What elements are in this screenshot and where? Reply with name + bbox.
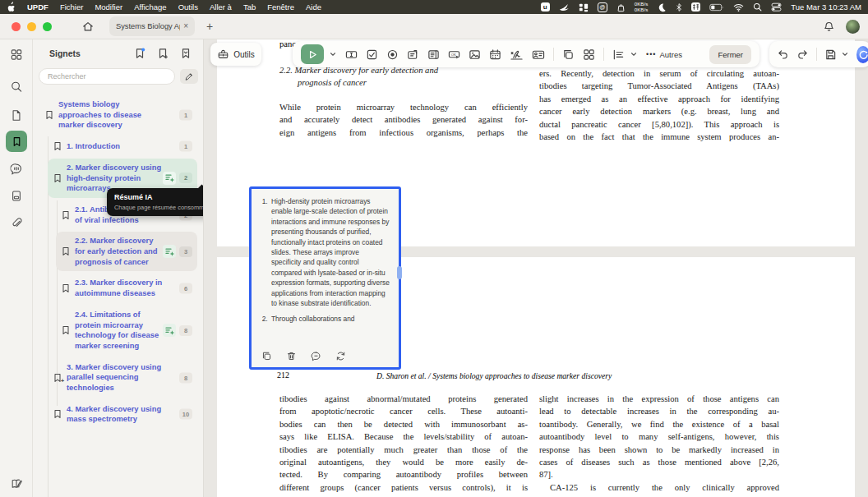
bookmark-item[interactable]: 4. Marker discovery using mass spectrome…: [48, 400, 197, 429]
add-child-bookmark-icon[interactable]: [157, 48, 169, 59]
menu-item-tab[interactable]: Tab: [243, 2, 256, 12]
comment-icon[interactable]: [10, 163, 22, 175]
pdf-view[interactable]: panc 2.2. Marker discovery for early det…: [204, 39, 868, 497]
text-line: from apoptotic/necrotic cancer cells. Th…: [279, 405, 528, 417]
control-center-icon[interactable]: [771, 2, 782, 12]
text-line: bodies can then be detected with immunos…: [279, 418, 528, 430]
attachment-icon[interactable]: [11, 217, 22, 229]
id-card-icon[interactable]: [532, 48, 545, 61]
home-icon[interactable]: [81, 21, 95, 33]
wifi-icon[interactable]: [733, 3, 744, 12]
ai-summary-icon[interactable]: [163, 245, 176, 258]
delete-icon[interactable]: [286, 351, 297, 361]
image-field-icon[interactable]: [469, 48, 481, 61]
edit-bookmarks-button[interactable]: [180, 69, 198, 84]
regenerate-icon[interactable]: [335, 351, 346, 361]
copy-icon[interactable]: [562, 48, 575, 61]
save-icon[interactable]: [824, 48, 837, 61]
select-tool-chevron-icon[interactable]: [329, 50, 337, 58]
redo-icon[interactable]: [796, 48, 809, 61]
running-head: D. Sharon et al. / Systems biology appro…: [376, 371, 612, 380]
user-avatar[interactable]: [846, 20, 860, 34]
resize-handle[interactable]: [397, 266, 402, 279]
bookmark-item[interactable]: 2.3. Marker discovery in autoimmune dise…: [56, 274, 197, 302]
bluetooth-icon[interactable]: [676, 2, 682, 12]
bookmark-label: Systems biology approaches to disease ma…: [58, 99, 164, 131]
menu-item-outils[interactable]: Outils: [178, 2, 198, 12]
reading-mode-icon[interactable]: [10, 478, 22, 490]
stage-manager-icon[interactable]: [579, 2, 589, 12]
form-button-icon[interactable]: [407, 48, 419, 61]
page-badge: 6: [179, 283, 192, 294]
bookmark-glyph-icon: [53, 173, 62, 183]
bookmark-item[interactable]: 2.2. Marker discovery for early detectio…: [56, 232, 197, 271]
search-icon[interactable]: [10, 81, 22, 93]
minimize-window-button[interactable]: [27, 22, 36, 31]
grid-icon[interactable]: [583, 48, 595, 61]
ok-button-icon[interactable]: OK: [448, 48, 460, 61]
date-field-icon[interactable]: [489, 48, 501, 61]
align-chevron-icon[interactable]: [630, 50, 638, 58]
text-line: different groups (cancer patients versus…: [279, 481, 528, 494]
autres-button[interactable]: ••• Autres: [646, 50, 682, 59]
notifications-bell-icon[interactable]: [823, 21, 835, 33]
battery-icon[interactable]: [709, 3, 724, 12]
text-field-icon[interactable]: [345, 48, 358, 61]
radio-button-icon[interactable]: [386, 48, 399, 61]
ime-pinyin-icon[interactable]: [691, 2, 700, 12]
moon-icon[interactable]: [657, 2, 667, 12]
export-icon[interactable]: [11, 190, 22, 202]
checkbox-icon[interactable]: [366, 48, 378, 61]
page-icon[interactable]: [11, 109, 22, 122]
bookmark-label: 4. Marker discovery using mass spectrome…: [67, 404, 164, 425]
apple-icon[interactable]: [7, 2, 16, 12]
undo-icon[interactable]: [777, 48, 789, 61]
menu-item-aide[interactable]: Aide: [306, 2, 321, 12]
bookmark-icon[interactable]: [6, 131, 27, 152]
menu-item-affichage[interactable]: Affichage: [134, 2, 166, 12]
spotlight-icon[interactable]: [753, 2, 762, 12]
updf-app-icon[interactable]: u: [541, 2, 550, 12]
bookmark-item[interactable]: 2.4. Limitations of protein microarray t…: [56, 306, 197, 356]
window-tabbar: Systems Biology Approach × +: [0, 14, 868, 39]
document-tab[interactable]: Systems Biology Approach ×: [109, 16, 195, 36]
select-tool[interactable]: [301, 44, 324, 64]
signature-field-icon[interactable]: [510, 48, 524, 61]
ai-summary-icon[interactable]: [163, 172, 176, 185]
zoom-window-button[interactable]: [43, 22, 52, 31]
bookmark-item[interactable]: Systems biology approaches to disease ma…: [39, 95, 197, 135]
menu-item-modifier[interactable]: Modifier: [95, 2, 122, 12]
list-box-icon[interactable]: [427, 48, 440, 61]
add-bookmark-icon[interactable]: [134, 48, 145, 59]
save-chevron-icon[interactable]: [841, 50, 849, 58]
page-badge: 2: [179, 173, 192, 183]
close-tab-icon[interactable]: ×: [183, 22, 188, 30]
bookmark-item[interactable]: 1. Introduction1: [48, 137, 197, 156]
bookmark-item[interactable]: +3. Marker discovery using parallel sequ…: [48, 358, 197, 398]
ai-summary-box[interactable]: High-density protein microarrays enable …: [249, 186, 401, 370]
menu-item-aller-à[interactable]: Aller à: [210, 2, 232, 12]
bag-icon[interactable]: [616, 2, 626, 12]
ai-summary-icon[interactable]: [163, 324, 176, 337]
menu-item-updf[interactable]: UPDF: [27, 2, 48, 12]
close-window-button[interactable]: [12, 22, 21, 31]
collapse-all-icon[interactable]: [180, 48, 192, 59]
copy-icon[interactable]: [261, 351, 272, 361]
new-tab-button[interactable]: +: [206, 21, 213, 32]
fermer-button[interactable]: Fermer: [709, 45, 751, 64]
thumbnails-icon[interactable]: [10, 48, 22, 61]
menubar-clock[interactable]: Tue Mar 3 10:23 AM: [791, 2, 861, 12]
text-line: toantibody. Generally, we find the exist…: [539, 418, 779, 430]
ai-assistant-icon[interactable]: [856, 46, 868, 63]
at-icon[interactable]: @: [598, 2, 607, 12]
window-controls[interactable]: [12, 22, 52, 31]
comment-icon[interactable]: [311, 351, 321, 361]
align-icon[interactable]: [612, 48, 625, 61]
swift-icon[interactable]: [559, 2, 570, 12]
ai-summary-list: High-density protein microarrays enable …: [252, 189, 399, 324]
outils-button[interactable]: Outils: [210, 43, 261, 66]
menu-item-fichier[interactable]: Fichier: [60, 2, 84, 12]
menu-item-fenêtre[interactable]: Fenêtre: [267, 2, 294, 12]
network-speed[interactable]: 0KB/s0KB/s: [635, 2, 649, 12]
search-input[interactable]: Rechercher: [39, 68, 175, 85]
